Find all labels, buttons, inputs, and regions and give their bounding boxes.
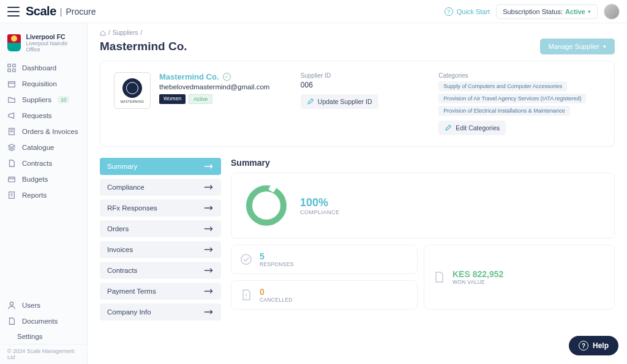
manage-supplier-label: Manage Supplier bbox=[549, 43, 599, 50]
tab-label: Orders bbox=[107, 225, 129, 232]
sidebar-item-users[interactable]: Users bbox=[0, 297, 87, 313]
layers-icon bbox=[7, 143, 16, 152]
sidebar-item-orders-invoices[interactable]: Orders & Invoices bbox=[0, 124, 87, 139]
org-name: Liverpool FC bbox=[26, 33, 80, 40]
breadcrumb: / Suppliers / bbox=[100, 29, 615, 36]
sidebar-item-requisition[interactable]: Requisition bbox=[0, 76, 87, 92]
stat-cancelled: 0 CANCELLED bbox=[231, 280, 418, 310]
help-circle-icon: ? bbox=[445, 7, 453, 16]
quick-start-link[interactable]: ? Quick Start bbox=[445, 7, 490, 16]
tab-label: RFx Responses bbox=[107, 204, 157, 212]
sidebar-item-requests[interactable]: Requests bbox=[0, 108, 87, 124]
edit-icon bbox=[445, 124, 452, 132]
compliance-percent: 100% bbox=[300, 196, 340, 209]
cancelled-label: CANCELLED bbox=[260, 297, 293, 303]
help-icon: ? bbox=[579, 341, 588, 351]
responses-value: 5 bbox=[260, 251, 294, 261]
verified-icon: ✓ bbox=[223, 73, 231, 81]
arrow-right-icon bbox=[204, 309, 214, 315]
megaphone-icon bbox=[7, 111, 16, 120]
menu-toggle[interactable] bbox=[7, 7, 20, 17]
file-icon bbox=[7, 317, 16, 325]
wallet-icon bbox=[7, 175, 16, 184]
sidebar-label: Requests bbox=[22, 112, 52, 119]
file-icon bbox=[7, 159, 16, 168]
svg-point-8 bbox=[10, 302, 13, 305]
breadcrumb-sep: / bbox=[108, 29, 110, 36]
home-icon[interactable] bbox=[100, 30, 106, 36]
category-item[interactable]: Provision of Air Travel Agency Services … bbox=[438, 94, 586, 103]
responses-label: RESPONSES bbox=[260, 261, 294, 267]
subscription-status-dropdown[interactable]: Subscription Status: Active ▾ bbox=[496, 4, 598, 19]
sidebar-item-documents[interactable]: Documents bbox=[0, 313, 87, 329]
user-avatar[interactable] bbox=[604, 4, 620, 20]
stat-won-value: KES 822,952 WON VALUE bbox=[424, 245, 615, 310]
page-title: Mastermind Co. bbox=[100, 40, 187, 53]
sidebar-label: Orders & Invoices bbox=[22, 128, 78, 135]
sidebar-label: Budgets bbox=[22, 176, 48, 183]
stat-responses: 5 RESPONSES bbox=[231, 245, 418, 274]
sidebar-item-catalogue[interactable]: Catalogue bbox=[0, 139, 87, 155]
supplier-id-label: Supplier ID bbox=[301, 72, 414, 79]
category-item[interactable]: Provision of Electrical Installations & … bbox=[438, 106, 570, 116]
sidebar-item-reports[interactable]: Reports bbox=[0, 187, 87, 203]
tab-summary[interactable]: Summary bbox=[100, 158, 221, 175]
tab-compliance[interactable]: Compliance bbox=[100, 179, 221, 196]
svg-rect-2 bbox=[8, 69, 10, 72]
logo-sub: Procure bbox=[66, 7, 96, 17]
help-label: Help bbox=[593, 341, 609, 350]
sub-status-label: Subscription Status: bbox=[503, 8, 563, 15]
update-supplier-id-button[interactable]: Update Supplier ID bbox=[301, 94, 378, 109]
svg-rect-3 bbox=[13, 69, 15, 72]
tab-orders[interactable]: Orders bbox=[100, 220, 221, 237]
arrow-right-icon bbox=[204, 288, 214, 294]
edit-categories-button[interactable]: Edit Categories bbox=[438, 121, 506, 135]
tab-label: Contracts bbox=[107, 267, 137, 274]
check-circle-icon bbox=[240, 253, 252, 266]
topbar: Scale | Procure ? Quick Start Subscripti… bbox=[0, 0, 627, 23]
categories-list: Supply of Computers and Computer Accesso… bbox=[438, 81, 601, 116]
tab-label: Compliance bbox=[107, 184, 145, 191]
tab-contracts[interactable]: Contracts bbox=[100, 262, 221, 279]
sidebar-item-budgets[interactable]: Budgets bbox=[0, 171, 87, 187]
svg-point-9 bbox=[241, 254, 251, 264]
svg-rect-4 bbox=[9, 82, 15, 87]
file-icon bbox=[433, 271, 445, 283]
manage-supplier-button[interactable]: Manage Supplier ▾ bbox=[540, 39, 615, 54]
supplier-logo: MASTERMIND bbox=[114, 72, 151, 109]
sidebar-item-suppliers[interactable]: Suppliers 10 bbox=[0, 92, 87, 108]
org-crest-icon bbox=[7, 34, 21, 51]
tab-payment-terms[interactable]: Payment Terms bbox=[100, 283, 221, 300]
compliance-card: 100% COMPLIANCE bbox=[231, 173, 615, 239]
sidebar-label: Requisition bbox=[22, 80, 57, 87]
sidebar-label: Users bbox=[22, 302, 40, 309]
supplier-name: Mastermind Co. bbox=[159, 72, 219, 81]
sidebar: Liverpool FC Liverpool Nairobi Office Da… bbox=[0, 23, 88, 364]
tab-invoices[interactable]: Invoices bbox=[100, 241, 221, 258]
help-button[interactable]: ? Help bbox=[569, 336, 618, 355]
supplier-logo-text: MASTERMIND bbox=[121, 100, 145, 103]
sidebar-item-dashboard[interactable]: Dashboard bbox=[0, 60, 87, 76]
sidebar-label: Suppliers bbox=[22, 96, 51, 103]
content: / Suppliers / Mastermind Co. Manage Supp… bbox=[88, 23, 627, 364]
tab-rfx-responses[interactable]: RFx Responses bbox=[100, 199, 221, 217]
tab-company-info[interactable]: Company Info bbox=[100, 303, 221, 321]
org-header[interactable]: Liverpool FC Liverpool Nairobi Office bbox=[0, 29, 87, 60]
category-item[interactable]: Supply of Computers and Computer Accesso… bbox=[438, 81, 567, 91]
sidebar-item-contracts[interactable]: Contracts bbox=[0, 155, 87, 171]
summary-column: Summary 100% COMPLIANCE 5 RESP bbox=[231, 158, 615, 321]
sidebar-label: Documents bbox=[22, 318, 58, 325]
logo-separator: | bbox=[60, 7, 62, 17]
summary-title: Summary bbox=[231, 158, 615, 168]
arrow-right-icon bbox=[204, 184, 214, 190]
brain-icon bbox=[122, 78, 142, 98]
lower-section: Summary Compliance RFx Responses Orders … bbox=[100, 158, 615, 321]
supplier-info-card: MASTERMIND Mastermind Co. ✓ thebelovedma… bbox=[100, 61, 615, 147]
cancelled-value: 0 bbox=[260, 287, 293, 297]
sub-status-value: Active bbox=[565, 8, 585, 15]
sidebar-label: Contracts bbox=[22, 160, 52, 167]
sidebar-item-settings[interactable]: Settings bbox=[0, 329, 87, 344]
breadcrumb-suppliers[interactable]: Suppliers bbox=[113, 29, 138, 36]
tab-label: Payment Terms bbox=[107, 288, 156, 295]
sidebar-bottom-nav: Users Documents Settings bbox=[0, 297, 87, 344]
